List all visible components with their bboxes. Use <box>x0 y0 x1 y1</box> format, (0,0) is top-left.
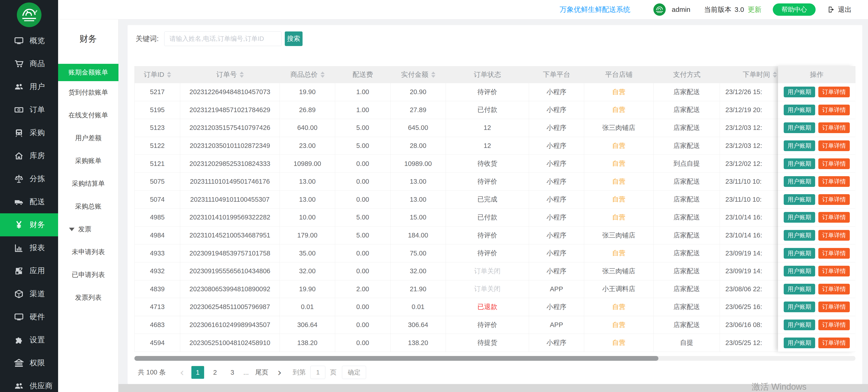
page-button-1[interactable]: 1 <box>191 366 204 379</box>
sidebar-item-用户[interactable]: 用户 <box>0 75 58 98</box>
bank-icon <box>14 358 24 368</box>
order-detail-button[interactable]: 订单详情 <box>818 141 850 151</box>
sidebar-item-配送[interactable]: 配送 <box>0 190 58 213</box>
page-button-2[interactable]: 2 <box>209 366 221 379</box>
cell-value: 23/12/02 12: <box>725 160 762 168</box>
submenu-item-用户差额[interactable]: 用户差额 <box>58 127 119 150</box>
prev-page-button[interactable]: ‹ <box>180 366 184 379</box>
order-detail-button[interactable]: 订单详情 <box>818 248 850 259</box>
user-account-period-button[interactable]: 用户账期 <box>784 104 815 115</box>
user-account-period-button[interactable]: 用户账期 <box>784 194 815 205</box>
submenu-item-label: 采购总账 <box>75 202 102 211</box>
horizontal-scrollbar[interactable] <box>134 356 856 361</box>
sidebar-item-库房[interactable]: 库房 <box>0 144 58 167</box>
submenu-item-账期金额账单[interactable]: 账期金额账单 <box>58 64 119 81</box>
logout-button[interactable]: 退出 <box>828 5 851 14</box>
order-detail-button[interactable]: 订单详情 <box>818 284 850 295</box>
user-account-period-button[interactable]: 用户账期 <box>784 212 815 223</box>
submenu-item-发票列表[interactable]: 发票列表 <box>58 286 119 309</box>
user-account-period-button[interactable]: 用户账期 <box>784 337 815 348</box>
last-page-button[interactable]: 尾页 <box>253 366 270 379</box>
help-center-button[interactable]: 帮助中心 <box>773 3 815 16</box>
table-row: 49842023101452100534687951179.005.00184.… <box>135 227 856 245</box>
cell-shop: 自营 <box>584 244 654 262</box>
sidebar-item-应用[interactable]: 应用 <box>0 259 58 282</box>
submenu-item-采购结算单[interactable]: 采购结算单 <box>58 172 119 195</box>
user-account-period-button[interactable]: 用户账期 <box>784 248 815 259</box>
user-account-period-button[interactable]: 用户账期 <box>784 230 815 241</box>
next-page-button[interactable]: › <box>278 366 282 379</box>
user-account-period-button[interactable]: 用户账期 <box>784 87 815 97</box>
cell-platform: 小程序 <box>529 227 584 244</box>
cell-value: 27.89 <box>410 106 427 114</box>
column-header-order_no[interactable]: 订单号 <box>180 66 280 83</box>
cell-shop: 自营 <box>584 191 654 209</box>
sidebar-item-商品[interactable]: 商品 <box>0 52 58 75</box>
goto-page-input[interactable] <box>310 366 325 379</box>
order-detail-button[interactable]: 订单详情 <box>818 194 850 205</box>
order-detail-button[interactable]: 订单详情 <box>818 320 850 330</box>
submenu-item-未申请列表[interactable]: 未申请列表 <box>58 241 119 264</box>
order-detail-button[interactable]: 订单详情 <box>818 122 850 133</box>
order-detail-button[interactable]: 订单详情 <box>818 87 850 97</box>
sidebar-item-label: 采购 <box>30 128 45 138</box>
sidebar-item-label: 权限 <box>30 358 45 368</box>
submenu-item-货到付款账单[interactable]: 货到付款账单 <box>58 81 119 104</box>
order-detail-button[interactable]: 订单详情 <box>818 266 850 276</box>
order-detail-button[interactable]: 订单详情 <box>818 337 850 348</box>
page-button-3[interactable]: 3 <box>226 366 239 379</box>
sidebar-item-订单[interactable]: 订单 <box>0 98 58 121</box>
avatar[interactable] <box>653 3 666 16</box>
user-account-period-button[interactable]: 用户账期 <box>784 302 815 312</box>
user-account-period-button[interactable]: 用户账期 <box>784 141 815 151</box>
submenu-item-发票[interactable]: 发票 <box>58 218 119 241</box>
sidebar-item-设置[interactable]: 设置 <box>0 328 58 352</box>
sidebar-item-权限[interactable]: 权限 <box>0 352 58 374</box>
system-name-link[interactable]: 万象优鲜生鲜配送系统 <box>560 5 630 14</box>
order-detail-button[interactable]: 订单详情 <box>818 230 850 241</box>
sidebar-item-概览[interactable]: 概览 <box>0 29 58 52</box>
page: 概览商品用户订单采购库房分拣配送财务报表应用渠道硬件设置权限供应商 万象优鲜生鲜… <box>0 0 868 392</box>
user-account-period-button[interactable]: 用户账期 <box>784 320 815 330</box>
column-header-id[interactable]: 订单ID <box>135 66 180 83</box>
cell-value: 0.01 <box>301 303 314 311</box>
user-account-period-button[interactable]: 用户账期 <box>784 158 815 169</box>
submenu-item-采购账单[interactable]: 采购账单 <box>58 150 119 172</box>
sidebar-item-采购[interactable]: 采购 <box>0 121 58 144</box>
cell-value: 店家配送 <box>674 249 700 258</box>
ops-row: 用户账期订单详情 <box>778 83 856 101</box>
submenu-item-在线支付账单[interactable]: 在线支付账单 <box>58 104 119 127</box>
user-account-period-button[interactable]: 用户账期 <box>784 176 815 187</box>
search-input[interactable] <box>164 31 282 46</box>
order-detail-button[interactable]: 订单详情 <box>818 104 850 115</box>
order-detail-button[interactable]: 订单详情 <box>818 302 850 312</box>
cell-value: 23/12/03 12: <box>725 142 762 150</box>
submenu-panel: 财务 账期金额账单货到付款账单在线支付账单用户差额采购账单采购结算单采购总账发票… <box>58 19 119 392</box>
scrollbar-thumb[interactable] <box>134 356 658 361</box>
user-account-period-button[interactable]: 用户账期 <box>784 122 815 133</box>
order-detail-button[interactable]: 订单详情 <box>818 176 850 187</box>
sidebar-item-硬件[interactable]: 硬件 <box>0 305 58 328</box>
cell-paid: 306.64 <box>391 316 446 334</box>
cell-id: 5075 <box>135 173 180 190</box>
submenu-item-已申请列表[interactable]: 已申请列表 <box>58 264 119 286</box>
goto-confirm-button[interactable]: 确定 <box>342 366 366 379</box>
cell-value: 0.00 <box>356 303 369 311</box>
sidebar-item-分拣[interactable]: 分拣 <box>0 167 58 190</box>
cell-status: 待评价 <box>446 83 529 101</box>
user-account-period-button[interactable]: 用户账期 <box>784 266 815 276</box>
sidebar-item-渠道[interactable]: 渠道 <box>0 282 58 305</box>
update-link[interactable]: 更新 <box>748 5 762 14</box>
order-detail-button[interactable]: 订单详情 <box>818 212 850 223</box>
column-header-paid[interactable]: 实付金额 <box>391 66 446 83</box>
user-account-period-button[interactable]: 用户账期 <box>784 284 815 295</box>
order-detail-button[interactable]: 订单详情 <box>818 158 850 169</box>
column-header-goods_total[interactable]: 商品总价 <box>280 66 335 83</box>
sidebar-item-供应商[interactable]: 供应商 <box>0 374 58 392</box>
column-header-pay_method: 支付方式 <box>654 66 720 83</box>
submenu-item-采购总账[interactable]: 采购总账 <box>58 195 119 218</box>
ops-row: 用户账期订单详情 <box>778 209 856 227</box>
sidebar-item-报表[interactable]: 报表 <box>0 236 58 259</box>
search-button[interactable]: 搜索 <box>285 31 303 46</box>
sidebar-item-财务[interactable]: 财务 <box>0 213 58 236</box>
